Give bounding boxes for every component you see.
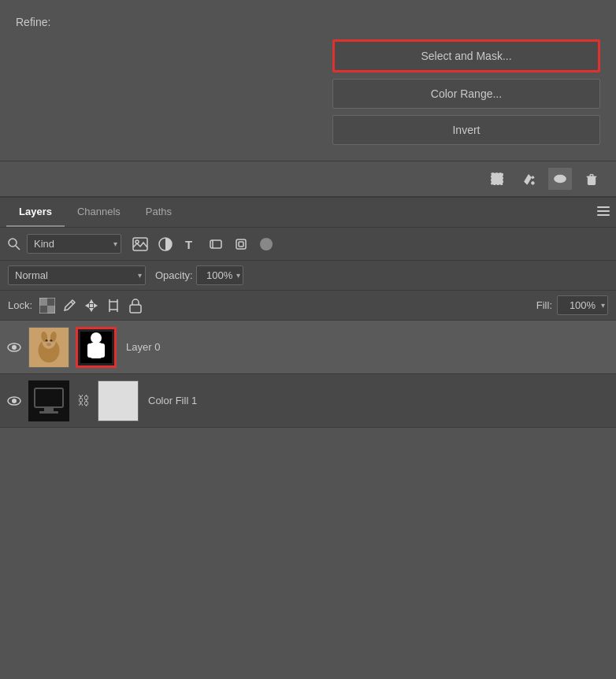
layer-visibility-toggle[interactable] [6, 340, 22, 355]
svg-rect-23 [47, 298, 55, 306]
svg-line-12 [16, 246, 20, 250]
filter-row: Kind Name Effect Mode ▾ [0, 228, 616, 261]
refine-buttons: Select and Mask... Color Range... Invert [16, 39, 600, 145]
svg-point-39 [12, 345, 17, 350]
selection-icon-button[interactable] [485, 168, 509, 190]
layer-name: Color Fill 1 [148, 395, 197, 406]
lock-artboard-icon[interactable] [105, 297, 122, 314]
svg-rect-59 [98, 381, 138, 421]
svg-rect-58 [39, 411, 58, 414]
svg-point-11 [9, 239, 17, 247]
blend-mode-wrapper: Normal Dissolve Multiply Screen Overlay … [8, 265, 146, 285]
svg-rect-0 [492, 173, 503, 184]
svg-marker-27 [89, 299, 94, 303]
svg-rect-51 [87, 343, 92, 358]
svg-rect-8 [597, 206, 610, 208]
color-fill-mask-thumbnail[interactable] [98, 380, 139, 421]
kind-select-wrapper: Kind Name Effect Mode ▾ [27, 234, 121, 254]
invert-button[interactable]: Invert [332, 115, 600, 145]
tabs-bar: Layers Channels Paths [0, 198, 616, 228]
layer-mask-thumbnail[interactable] [76, 327, 117, 368]
fill-label: Fill: [536, 299, 552, 311]
layers-list: Layer 0 ⛓ [0, 321, 616, 428]
lock-image-icon[interactable] [61, 297, 78, 314]
opacity-wrapper: Opacity: 100% 90% 75% 50% ▾ [155, 265, 243, 285]
layer-visibility-toggle[interactable] [6, 393, 22, 409]
search-icon [8, 238, 20, 250]
svg-line-26 [71, 302, 73, 304]
svg-point-46 [50, 339, 52, 341]
table-row[interactable]: Layer 0 [0, 321, 616, 374]
svg-point-47 [46, 343, 51, 346]
shape-filter-icon[interactable] [206, 235, 225, 254]
svg-rect-10 [597, 214, 610, 216]
kind-select[interactable]: Kind Name Effect Mode [27, 234, 121, 254]
fill-select[interactable]: 100% 75% 50% 25% 0% [557, 295, 608, 315]
select-mask-button[interactable]: Select and Mask... [332, 39, 600, 72]
svg-rect-37 [130, 305, 141, 313]
blend-row: Normal Dissolve Multiply Screen Overlay … [0, 261, 616, 291]
delete-icon-button[interactable] [580, 168, 603, 190]
icon-toolbar [0, 161, 616, 198]
svg-marker-28 [89, 308, 94, 312]
fill-select-wrapper: 100% 75% 50% 25% 0% ▾ [557, 295, 608, 315]
svg-point-54 [12, 399, 17, 403]
svg-rect-32 [109, 302, 117, 310]
svg-rect-3 [588, 176, 596, 184]
color-filter-icon[interactable] [257, 235, 276, 254]
lock-transparent-icon[interactable] [39, 297, 56, 314]
svg-text:T: T [185, 238, 192, 251]
visibility-icon-button[interactable] [548, 168, 572, 190]
svg-marker-30 [94, 303, 98, 308]
layer-thumbnail [28, 327, 69, 368]
smart-filter-icon[interactable] [232, 235, 250, 254]
filter-icons: T [131, 235, 276, 254]
tab-channels[interactable]: Channels [65, 198, 133, 227]
svg-point-2 [558, 176, 562, 180]
svg-rect-19 [236, 239, 246, 249]
svg-rect-52 [100, 343, 105, 358]
svg-rect-22 [47, 306, 55, 314]
tab-layers[interactable]: Layers [6, 198, 65, 227]
opacity-label: Opacity: [155, 269, 193, 281]
color-fill-thumbnail [28, 380, 69, 421]
svg-rect-17 [210, 240, 221, 248]
svg-rect-21 [39, 298, 47, 306]
svg-rect-20 [239, 242, 243, 247]
svg-rect-24 [39, 306, 47, 314]
fill-icon-button[interactable] [517, 168, 540, 190]
image-filter-icon[interactable] [131, 235, 150, 254]
svg-rect-57 [44, 407, 54, 411]
tab-paths[interactable]: Paths [133, 198, 184, 227]
svg-rect-31 [90, 304, 93, 307]
refine-section: Refine: Select and Mask... Color Range..… [0, 0, 616, 161]
svg-rect-9 [597, 210, 610, 212]
opacity-select[interactable]: 100% 90% 75% 50% [196, 265, 243, 285]
refine-label: Refine: [16, 16, 600, 28]
lock-label: Lock: [8, 299, 32, 311]
fill-wrapper: Fill: 100% 75% 50% 25% 0% ▾ [536, 295, 608, 315]
lock-row: Lock: [0, 291, 616, 321]
blend-mode-select[interactable]: Normal Dissolve Multiply Screen Overlay [8, 265, 146, 285]
svg-point-45 [46, 339, 48, 341]
chain-link-icon: ⛓ [77, 394, 90, 408]
svg-point-49 [91, 332, 102, 343]
layers-panel: Layers Channels Paths Kind Name Effect M… [0, 198, 616, 428]
lock-position-icon[interactable] [83, 297, 100, 314]
table-row[interactable]: ⛓ Color Fill 1 [0, 374, 616, 428]
panel-menu-icon[interactable] [597, 206, 610, 220]
opacity-select-wrapper: 100% 90% 75% 50% ▾ [196, 265, 243, 285]
color-range-button[interactable]: Color Range... [332, 79, 600, 109]
layer-name: Layer 0 [126, 341, 160, 353]
lock-all-icon[interactable] [127, 297, 144, 314]
text-filter-icon[interactable]: T [181, 235, 200, 254]
circle-filter-icon[interactable] [156, 235, 175, 254]
svg-marker-29 [85, 303, 89, 308]
lock-icons [39, 297, 144, 314]
